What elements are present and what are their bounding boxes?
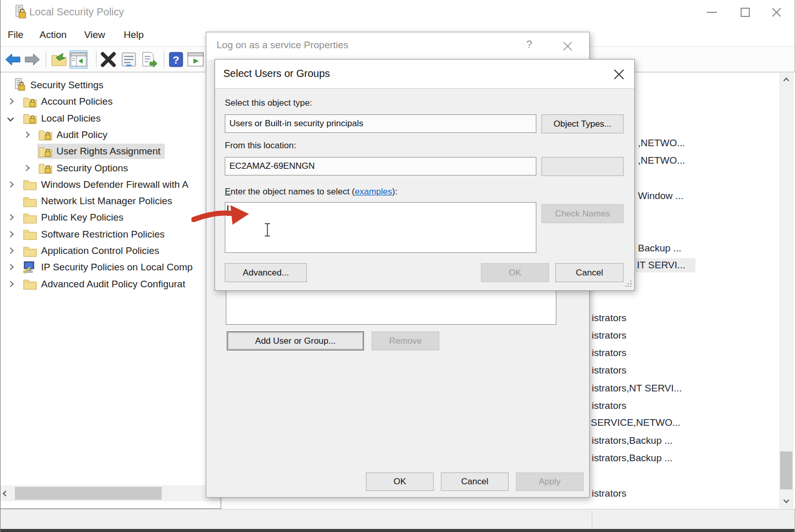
advanced-button[interactable]: Advanced... bbox=[225, 263, 307, 282]
ok-button[interactable]: OK bbox=[481, 263, 549, 282]
policy-row-fragment[interactable]: istrators bbox=[592, 400, 627, 411]
tree-item-user-rights-assignment[interactable]: User Rights Assignment bbox=[1, 143, 221, 160]
back-icon[interactable] bbox=[4, 50, 22, 69]
tree-horizontal-scrollbar[interactable] bbox=[1, 485, 221, 501]
app-icon bbox=[14, 5, 27, 22]
scrollbar-thumb[interactable] bbox=[15, 487, 162, 500]
scrollbar-thumb[interactable] bbox=[780, 451, 792, 489]
object-types-button[interactable]: Object Types... bbox=[541, 114, 624, 133]
dialog-title-bar: Log on as a service Properties ? bbox=[206, 32, 589, 60]
policy-row-fragment[interactable]: istrators bbox=[592, 488, 627, 499]
scroll-down-icon[interactable] bbox=[779, 494, 793, 507]
expander-expand-icon[interactable] bbox=[7, 264, 14, 270]
policy-row-fragment[interactable]: istrators bbox=[592, 330, 627, 341]
status-bar bbox=[1, 509, 794, 529]
policy-row-fragment[interactable]: istrators bbox=[592, 365, 627, 376]
close-button[interactable] bbox=[761, 0, 792, 25]
help-icon[interactable]: ? bbox=[167, 50, 185, 69]
tree-item-application-control-policies[interactable]: Application Control Policies bbox=[1, 243, 221, 259]
label-text: nter the object names to select ( bbox=[230, 187, 355, 196]
tree-item-network-list-manager-policies[interactable]: Network List Manager Policies bbox=[1, 193, 221, 209]
help-icon[interactable]: ? bbox=[521, 38, 537, 54]
policy-row-fragment[interactable]: istrators,Backup ... bbox=[592, 452, 672, 464]
cancel-button[interactable]: Cancel bbox=[555, 263, 624, 282]
new-window-icon[interactable] bbox=[186, 50, 205, 69]
expander-expand-icon[interactable] bbox=[7, 281, 14, 287]
access-key: E bbox=[225, 187, 230, 196]
dialog-title: Log on as a service Properties bbox=[217, 40, 348, 51]
tree-item-windows-defender-firewall-with-a[interactable]: Windows Defender Firewall with A bbox=[1, 176, 221, 193]
add-user-or-group-button[interactable]: Add User or Group... bbox=[227, 331, 364, 350]
ok-button[interactable]: OK bbox=[366, 472, 434, 491]
delete-icon[interactable] bbox=[99, 50, 118, 69]
tree-item-account-policies[interactable]: Account Policies bbox=[1, 93, 221, 110]
expander-collapse-icon[interactable] bbox=[7, 115, 14, 122]
svg-text:?: ? bbox=[173, 54, 180, 66]
tree-item-label: Network List Manager Policies bbox=[41, 195, 172, 207]
dialog-title: Select Users or Groups bbox=[223, 68, 330, 80]
tree-item-label: Application Control Policies bbox=[41, 245, 159, 257]
resize-grip[interactable] bbox=[625, 280, 632, 289]
remove-button[interactable]: Remove bbox=[372, 331, 439, 350]
expander-expand-icon[interactable] bbox=[7, 231, 14, 238]
policy-row-fragment[interactable]: istrators,NT SERVI... bbox=[592, 383, 682, 394]
close-icon[interactable] bbox=[608, 66, 630, 83]
policy-row-fragment[interactable]: istrators bbox=[592, 347, 627, 359]
maximize-button[interactable] bbox=[729, 0, 761, 25]
tree-item-label: Advanced Audit Policy Configurat bbox=[41, 279, 185, 290]
forward-icon[interactable] bbox=[23, 50, 42, 69]
cancel-button[interactable]: Cancel bbox=[441, 472, 509, 491]
location-field[interactable] bbox=[225, 157, 536, 175]
tree-item-advanced-audit-policy-configurat[interactable]: Advanced Audit Policy Configurat bbox=[1, 276, 221, 292]
tree-item-public-key-policies[interactable]: Public Key Policies bbox=[1, 209, 221, 226]
tree-item-software-restriction-policies[interactable]: Software Restriction Policies bbox=[1, 226, 221, 243]
status-bar-divider bbox=[592, 511, 592, 528]
tree-item-security-options[interactable]: Security Options bbox=[1, 160, 221, 176]
show-console-tree-icon[interactable] bbox=[69, 50, 88, 69]
policy-row-fragment[interactable]: SERVICE,NETWO... bbox=[591, 417, 681, 428]
policy-row-fragment[interactable]: istrators,Backup ... bbox=[592, 435, 672, 446]
policy-row-fragment[interactable]: Window ... bbox=[638, 190, 684, 202]
policy-row-fragment[interactable]: ,NETWO... bbox=[638, 155, 685, 166]
toolbar-separator bbox=[96, 51, 96, 67]
list-vertical-scrollbar[interactable] bbox=[779, 73, 793, 508]
policy-row-fragment[interactable]: ,NETWO... bbox=[638, 137, 685, 149]
menu-action[interactable]: Action bbox=[40, 29, 67, 41]
examples-link[interactable]: examples bbox=[355, 187, 392, 196]
tree-item-label: User Rights Assignment bbox=[56, 146, 161, 157]
object-type-field[interactable] bbox=[225, 114, 536, 133]
expander-expand-icon[interactable] bbox=[23, 165, 30, 171]
menu-view[interactable]: View bbox=[84, 29, 105, 41]
menu-help[interactable]: Help bbox=[124, 29, 144, 41]
policy-row-fragment[interactable]: Backup ... bbox=[638, 243, 682, 254]
refresh-icon[interactable] bbox=[50, 50, 68, 69]
window-title: Local Security Policy bbox=[29, 6, 124, 18]
expander-expand-icon[interactable] bbox=[7, 247, 14, 254]
title-bar: Local Security Policy bbox=[1, 0, 794, 25]
policy-row-fragment[interactable]: istrators bbox=[592, 312, 627, 324]
export-list-icon[interactable] bbox=[140, 50, 159, 69]
expander-expand-icon[interactable] bbox=[7, 214, 14, 221]
object-names-input[interactable] bbox=[225, 202, 536, 253]
menu-file[interactable]: File bbox=[8, 29, 24, 41]
scroll-left-icon[interactable] bbox=[1, 485, 11, 501]
tree-item-audit-policy[interactable]: Audit Policy bbox=[1, 127, 221, 143]
close-icon[interactable] bbox=[557, 37, 578, 55]
tree-item-local-policies[interactable]: Local Policies bbox=[1, 110, 221, 127]
check-names-button[interactable]: Check Names bbox=[541, 204, 624, 223]
minimize-button[interactable] bbox=[696, 0, 728, 25]
folder-icon bbox=[23, 195, 37, 207]
tree-item-security-settings[interactable]: Security Settings bbox=[1, 77, 221, 93]
scroll-up-icon[interactable] bbox=[779, 74, 793, 87]
properties-icon[interactable] bbox=[120, 50, 138, 69]
tree-item-label: Audit Policy bbox=[56, 129, 107, 141]
tree-item-label: Windows Defender Firewall with A bbox=[41, 179, 188, 190]
locations-button[interactable] bbox=[541, 157, 624, 176]
selected-policy-row-fragment[interactable]: IT SERVI... bbox=[635, 258, 695, 272]
folder-icon bbox=[23, 245, 37, 257]
apply-button[interactable]: Apply bbox=[516, 472, 584, 491]
expander-expand-icon[interactable] bbox=[7, 181, 14, 188]
expander-expand-icon[interactable] bbox=[23, 131, 30, 138]
tree-item-ip-security-policies-on-local-comp[interactable]: IP Security Policies on Local Comp bbox=[1, 259, 221, 275]
expander-expand-icon[interactable] bbox=[7, 98, 14, 105]
